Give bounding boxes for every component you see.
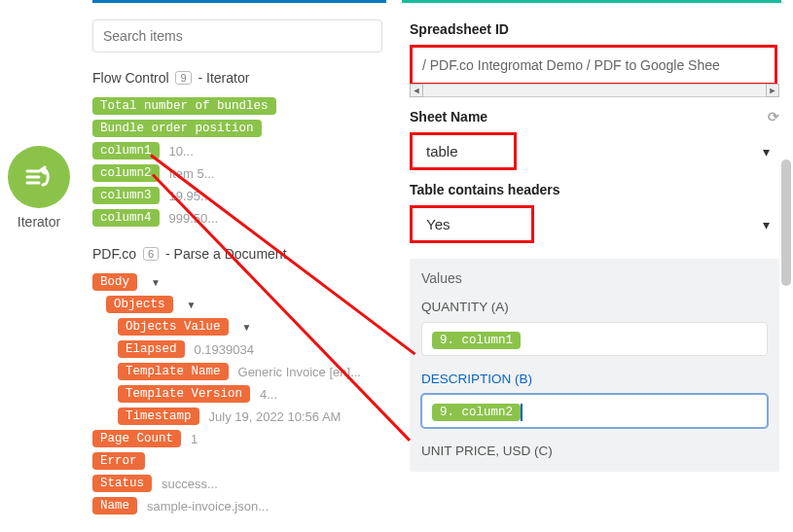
chip-template-version[interactable]: Template Version4... (118, 383, 386, 405)
chip-body[interactable]: Body▼ (92, 271, 386, 293)
section-title-text: PDF.co (92, 246, 136, 262)
chip-column1[interactable]: column110... (92, 140, 386, 161)
mapped-pill-column1[interactable]: 9. column1 (432, 332, 521, 349)
chip-template-name[interactable]: Template NameGeneric Invoice [en]... (118, 361, 386, 382)
spreadsheet-path-text: / PDF.co Integromat Demo / PDF to Google… (422, 57, 720, 73)
horizontal-scrollbar[interactable]: ◄ ► (410, 84, 779, 97)
table-headers-select[interactable]: Yes ▾ (410, 205, 779, 243)
chip-column3[interactable]: column319.95... (92, 185, 386, 206)
column-c-label: UNIT PRICE, USD (C) (421, 443, 768, 458)
column-a-input[interactable]: 9. column1 (421, 322, 768, 356)
scroll-track[interactable] (423, 84, 766, 97)
chip-elapsed[interactable]: Elapsed0.1939034 (118, 338, 386, 360)
values-header: Values (421, 270, 768, 286)
iterator-icon (8, 146, 70, 208)
chip-name[interactable]: Namesample-invoice.json... (92, 495, 386, 516)
iterator-label: Iterator (0, 214, 78, 230)
flow-control-chip-list: Total number of bundles Bundle order pos… (92, 95, 386, 229)
scroll-right-icon[interactable]: ► (766, 84, 779, 97)
pdfco-chip-list: Body▼ Objects▼ Objects Value▼ Elapsed0.1… (92, 271, 386, 516)
select-caret-icon: ▾ (763, 144, 779, 160)
module-number-badge: 9 (175, 71, 191, 85)
chip-column4[interactable]: column4999.50... (92, 207, 386, 229)
section-flow-control-title: Flow Control 9 - Iterator (92, 70, 386, 86)
section-title-suffix: - Parse a Document (165, 246, 287, 262)
section-title-text: Flow Control (92, 70, 169, 86)
column-b-label: DESCRIPTION (B) (421, 372, 768, 386)
chip-objects[interactable]: Objects▼ (106, 294, 386, 315)
chip-error[interactable]: Error (92, 450, 386, 472)
scroll-thumb[interactable] (781, 160, 791, 286)
table-headers-value: Yes (410, 205, 534, 243)
sheet-name-value: table (410, 132, 517, 170)
chip-status[interactable]: Statussuccess... (92, 473, 386, 494)
chip-total-bundles[interactable]: Total number of bundles (92, 95, 386, 117)
refresh-icon[interactable]: ⟳ (768, 109, 779, 124)
chip-timestamp[interactable]: TimestampJuly 19, 2022 10:56 AM (118, 406, 386, 427)
chip-page-count[interactable]: Page Count1 (92, 428, 386, 449)
chip-objects-value[interactable]: Objects Value▼ (118, 316, 386, 337)
module-config-panel: Spreadsheet ID / PDF.co Integromat Demo … (402, 0, 793, 532)
chevron-down-icon: ▼ (242, 322, 252, 333)
mapped-pill-column2[interactable]: 9. column2 (432, 404, 521, 421)
iterator-node[interactable]: Iterator (0, 146, 78, 230)
spreadsheet-id-label: Spreadsheet ID (410, 21, 779, 37)
spreadsheet-id-field[interactable]: / PDF.co Integromat Demo / PDF to Google… (410, 45, 777, 86)
search-input[interactable] (92, 19, 382, 53)
section-pdfco-title: PDF.co 6 - Parse a Document (92, 246, 386, 262)
sheet-name-label: Sheet Name ⟳ (410, 109, 779, 124)
module-number-badge: 6 (143, 247, 159, 261)
column-b-input[interactable]: 9. column2 (421, 394, 768, 428)
table-headers-label: Table contains headers (410, 182, 779, 197)
select-caret-icon: ▾ (763, 217, 779, 232)
vertical-scrollbar[interactable] (781, 4, 791, 529)
chip-column2[interactable]: column2Item 5... (92, 162, 386, 184)
chevron-down-icon: ▼ (151, 277, 161, 288)
column-a-label: QUANTITY (A) (421, 300, 768, 314)
variable-picker-panel: Flow Control 9 - Iterator Total number o… (85, 0, 396, 532)
sheet-name-select[interactable]: table ▾ (410, 132, 779, 170)
section-title-suffix: - Iterator (198, 70, 250, 86)
values-section: Values QUANTITY (A) 9. column1 DESCRIPTI… (410, 259, 779, 472)
chip-bundle-position[interactable]: Bundle order position (92, 118, 386, 139)
chevron-down-icon: ▼ (187, 300, 197, 310)
scroll-left-icon[interactable]: ◄ (410, 84, 423, 97)
